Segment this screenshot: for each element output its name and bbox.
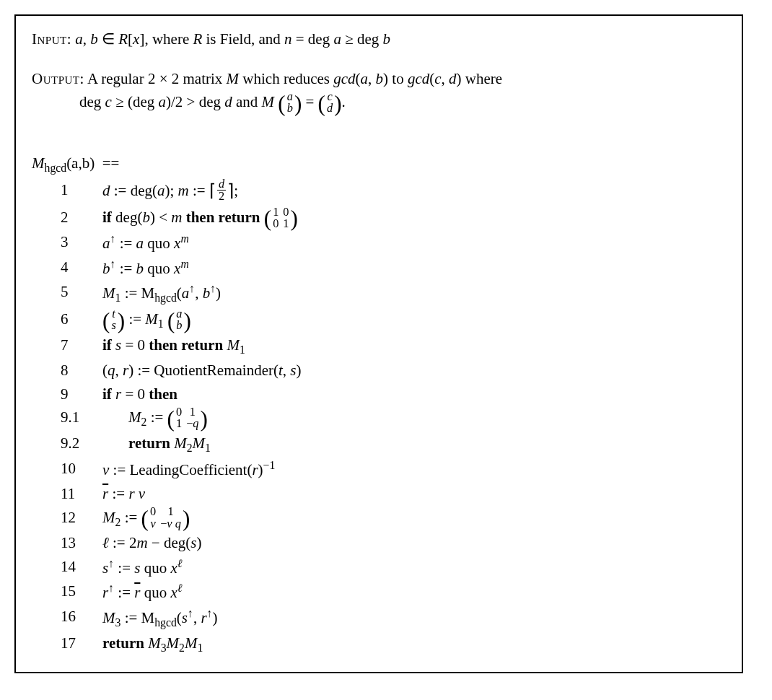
line-number: 6	[61, 307, 102, 331]
line-body: r↑ := r quo xℓ	[102, 579, 726, 605]
line-body: M2 := (011−q)	[102, 406, 726, 432]
line-body: if deg(b) < m then return (1001)	[102, 206, 726, 231]
line-number: 1	[61, 178, 102, 202]
line-number: 15	[61, 579, 102, 603]
input-text: a, b ∈ R[x], where R is Field, and n = d…	[75, 30, 390, 48]
code-line: 6(ts) := M1 (ab)	[61, 307, 726, 333]
line-number: 16	[61, 605, 102, 629]
line-number: 5	[61, 280, 102, 304]
line-number: 14	[61, 555, 102, 579]
code-line: 13ℓ := 2m − deg(s)	[61, 531, 726, 555]
code-line: 9.2return M2M1	[61, 432, 726, 458]
line-number: 2	[61, 206, 102, 229]
line-number: 3	[61, 230, 102, 254]
code-line: 17return M3M2M1	[61, 631, 726, 657]
line-body: if r = 0 then	[102, 382, 726, 406]
code-line: 8(q, r) := QuotientRemainder(t, s)	[61, 359, 726, 382]
line-body: (ts) := M1 (ab)	[102, 307, 726, 333]
line-number: 17	[61, 631, 102, 655]
code-line: 9if r = 0 then	[61, 382, 726, 406]
code-body: 1d := deg(a); m := ⌈d2⌉;2if deg(b) < m t…	[32, 178, 726, 657]
line-body: M1 := Mhgcd(a↑, b↑)	[102, 280, 726, 307]
line-body: ℓ := 2m − deg(s)	[102, 531, 726, 555]
code-line: 1d := deg(a); m := ⌈d2⌉;	[61, 178, 726, 205]
line-body: return M3M2M1	[102, 631, 726, 657]
code-line: 10v := LeadingCoefficient(r)−1	[61, 457, 726, 482]
code-line: 11r := r v	[61, 482, 726, 506]
output-text-cont: deg c ≥ (deg a)/2 > deg d and M (ab) = (…	[79, 90, 726, 115]
code-line: 16M3 := Mhgcd(s↑, r↑)	[61, 605, 726, 632]
output-block: Output: A regular 2 × 2 matrix M which r…	[32, 67, 726, 115]
line-body: M3 := Mhgcd(s↑, r↑)	[102, 605, 726, 632]
line-number: 11	[61, 482, 102, 506]
line-body: v := LeadingCoefficient(r)−1	[102, 457, 726, 482]
line-number: 12	[61, 506, 102, 530]
line-body: s↑ := s quo xℓ	[102, 555, 726, 580]
line-body: return M2M1	[102, 432, 726, 458]
line-number: 9	[61, 382, 102, 406]
line-body: if s = 0 then return M1	[102, 333, 726, 359]
code-line: 7if s = 0 then return M1	[61, 333, 726, 359]
line-body: (q, r) := QuotientRemainder(t, s)	[102, 359, 726, 382]
code-line: 2if deg(b) < m then return (1001)	[61, 206, 726, 231]
algorithm-box: Input: a, b ∈ R[x], where R is Field, an…	[14, 14, 743, 673]
line-body: d := deg(a); m := ⌈d2⌉;	[102, 178, 726, 205]
code-line: 3a↑ := a quo xm	[61, 230, 726, 255]
code-line: 15r↑ := r quo xℓ	[61, 579, 726, 605]
code-line: 4b↑ := b quo xm	[61, 255, 726, 281]
line-number: 9.1	[61, 406, 102, 429]
line-number: 10	[61, 457, 102, 481]
line-body: b↑ := b quo xm	[102, 255, 726, 281]
line-body: r := r v	[102, 482, 726, 506]
input-block: Input: a, b ∈ R[x], where R is Field, an…	[32, 27, 726, 51]
code-line: 14s↑ := s quo xℓ	[61, 555, 726, 580]
line-number: 9.2	[61, 432, 102, 455]
input-label: Input:	[32, 30, 71, 48]
output-label: Output:	[32, 70, 84, 87]
function-header: Mhgcd(a,b) ==	[32, 152, 726, 178]
code-line: 9.1M2 := (011−q)	[61, 406, 726, 432]
line-body: a↑ := a quo xm	[102, 230, 726, 255]
line-number: 13	[61, 531, 102, 555]
code-line: 5M1 := Mhgcd(a↑, b↑)	[61, 280, 726, 307]
line-number: 7	[61, 333, 102, 357]
line-body: M2 := (01v−v q)	[102, 506, 726, 532]
line-number: 4	[61, 255, 102, 279]
output-text: A regular 2 × 2 matrix M which reduces g…	[87, 70, 502, 87]
code-line: 12M2 := (01v−v q)	[61, 506, 726, 532]
line-number: 8	[61, 359, 102, 382]
